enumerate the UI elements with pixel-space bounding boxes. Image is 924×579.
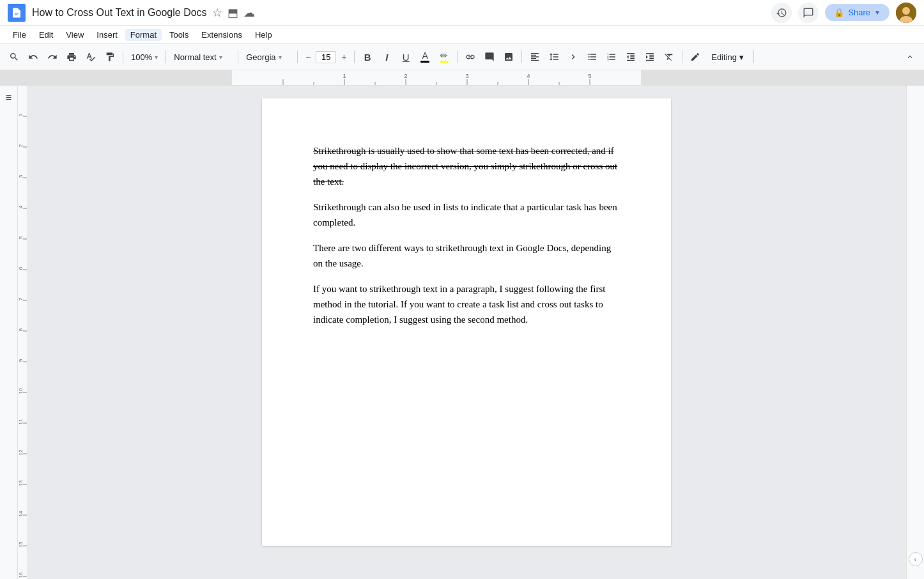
- style-chevron-icon: ▾: [219, 54, 222, 61]
- separator-5: [354, 50, 355, 63]
- separator-1: [123, 50, 123, 63]
- pencil-button[interactable]: [686, 48, 704, 66]
- collapse-right-sidebar-button[interactable]: ‹: [909, 552, 923, 566]
- zoom-chevron-icon: ▾: [155, 54, 158, 61]
- paragraph-3: There are two different ways to striketh…: [313, 240, 620, 271]
- increase-font-size-button[interactable]: +: [337, 50, 350, 63]
- menu-edit[interactable]: Edit: [34, 29, 58, 41]
- indent-decrease-button[interactable]: [622, 48, 640, 66]
- print-button[interactable]: [63, 48, 81, 66]
- menu-extensions[interactable]: Extensions: [196, 29, 247, 41]
- google-docs-icon: [8, 4, 26, 22]
- document-title: How to Cross Out Text in Google Docs: [32, 7, 207, 19]
- comment-button[interactable]: [481, 48, 498, 66]
- paint-format-button[interactable]: [101, 48, 119, 66]
- star-icon[interactable]: ☆: [212, 6, 222, 20]
- toolbar: 100% ▾ Normal text ▾ Georgia ▾ − + B I U…: [0, 43, 924, 70]
- menu-tools[interactable]: Tools: [164, 29, 194, 41]
- redo-button[interactable]: [43, 48, 61, 66]
- title-bar: How to Cross Out Text in Google Docs ☆ ⬒…: [0, 0, 924, 26]
- decrease-font-size-button[interactable]: −: [302, 50, 314, 63]
- indent-increase-button[interactable]: [641, 48, 659, 66]
- editing-mode-dropdown[interactable]: Editing ▾: [705, 50, 750, 64]
- outline-icon[interactable]: ≡: [6, 92, 12, 104]
- menu-format[interactable]: Format: [125, 29, 162, 41]
- zoom-level: 100%: [131, 52, 152, 62]
- menu-view[interactable]: View: [61, 29, 89, 41]
- paragraph-2: Strikethrough can also be used in lists …: [313, 199, 620, 230]
- link-button[interactable]: [461, 48, 479, 66]
- svg-point-3: [902, 7, 910, 15]
- text-color-button[interactable]: A: [416, 48, 434, 66]
- menu-bar: File Edit View Insert Format Tools Exten…: [0, 26, 924, 43]
- chat-button[interactable]: [798, 3, 819, 23]
- share-label: Share: [848, 8, 870, 17]
- font-chevron-icon: ▾: [279, 54, 282, 61]
- left-sidebar: ≡: [0, 86, 18, 579]
- vertical-ruler: [18, 86, 27, 579]
- document-area[interactable]: Strikethrough is usually used to show th…: [27, 86, 906, 579]
- editing-label: Editing: [711, 52, 737, 62]
- share-chevron-icon: ▼: [874, 9, 881, 16]
- separator-8: [682, 50, 682, 63]
- bullet-list-button[interactable]: [583, 48, 601, 66]
- right-sidebar: ‹: [906, 86, 924, 579]
- numbered-list-button[interactable]: [603, 48, 620, 66]
- align-button[interactable]: [526, 48, 544, 66]
- font-family-dropdown[interactable]: Georgia ▾: [242, 51, 293, 63]
- checklist-button[interactable]: [564, 48, 582, 66]
- history-button[interactable]: [771, 3, 792, 23]
- underline-button[interactable]: U: [397, 48, 415, 66]
- editing-chevron-icon: ▾: [739, 52, 744, 62]
- cloud-icon[interactable]: ☁: [243, 6, 255, 20]
- folder-icon[interactable]: ⬒: [227, 6, 238, 20]
- font-size-input[interactable]: [316, 51, 336, 63]
- text-color-label: A: [422, 51, 428, 60]
- content-area: ≡ Strikethrough is usually used to show …: [0, 86, 924, 579]
- menu-help[interactable]: Help: [250, 29, 277, 41]
- paragraph-1: Strikethrough is usually used to show th…: [313, 143, 620, 189]
- paragraph-4: If you want to strikethrough text in a p…: [313, 281, 620, 327]
- separator-3: [238, 50, 238, 63]
- right-controls: 🔒 Share ▼: [771, 3, 916, 23]
- bold-button[interactable]: B: [358, 48, 376, 66]
- collapse-toolbar-button[interactable]: [901, 48, 919, 66]
- share-button[interactable]: 🔒 Share ▼: [825, 4, 889, 21]
- italic-button[interactable]: I: [378, 48, 396, 66]
- menu-file[interactable]: File: [8, 29, 31, 41]
- spellcheck-button[interactable]: [82, 48, 100, 66]
- document-page: Strikethrough is usually used to show th…: [262, 98, 671, 546]
- ruler: [0, 70, 924, 86]
- style-dropdown[interactable]: Normal text ▾: [170, 51, 234, 63]
- text-color-indicator: [420, 61, 429, 63]
- user-avatar[interactable]: [896, 3, 916, 23]
- separator-2: [166, 50, 166, 63]
- style-label: Normal text: [174, 52, 216, 62]
- line-spacing-button[interactable]: [545, 48, 563, 66]
- separator-7: [521, 50, 522, 63]
- highlight-icon: ✏: [440, 51, 448, 60]
- clear-formatting-button[interactable]: [660, 48, 678, 66]
- image-button[interactable]: [500, 48, 518, 66]
- font-family-label: Georgia: [246, 52, 275, 62]
- separator-9: [753, 50, 754, 63]
- separator-4: [297, 50, 298, 63]
- search-button[interactable]: [5, 48, 23, 66]
- menu-insert[interactable]: Insert: [91, 29, 123, 41]
- undo-button[interactable]: [24, 48, 42, 66]
- separator-6: [457, 50, 458, 63]
- lock-icon: 🔒: [834, 8, 844, 17]
- highlight-color-button[interactable]: ✏: [435, 48, 453, 66]
- title-action-icons: ☆ ⬒ ☁: [212, 6, 255, 20]
- highlight-color-indicator: [440, 61, 449, 63]
- zoom-dropdown[interactable]: 100% ▾: [127, 51, 162, 63]
- font-size-control: − +: [302, 50, 350, 63]
